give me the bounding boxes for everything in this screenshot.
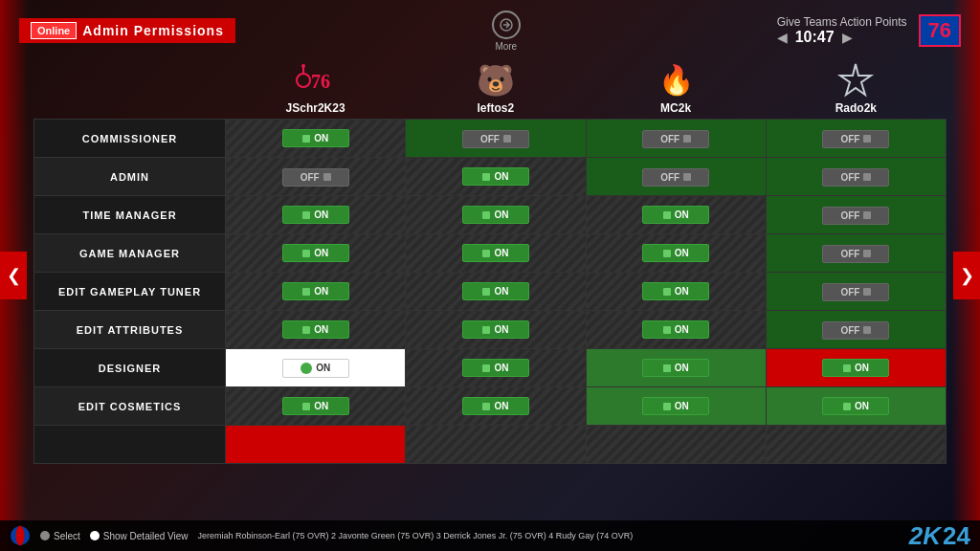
toggle-admin-76ers[interactable]: OFF [226,158,406,196]
toggle-gt-grizzlies[interactable]: ON [406,273,586,311]
row-commissioner: COMMISSIONER ON OFF OFF OFF [34,120,947,158]
toggle-commissioner-heat[interactable]: OFF [586,120,766,158]
bottom-controls: Select Show Detailed View Jeremiah Robin… [10,525,633,546]
team-col-heat: 🔥 MC2k [586,57,766,120]
toggle-extra-grizzlies [406,426,586,464]
brand-2k: 2K [909,521,941,551]
title-badge: Online Admin Permissions [19,18,235,43]
row-designer: DESIGNER ON ON ON ON [34,349,947,387]
team-name-spurs: Rado2k [835,101,877,115]
label-extra [34,426,226,464]
toggle-designer-grizzlies[interactable]: ON [406,349,586,387]
select-dot [40,531,50,540]
toggle-admin-spurs[interactable]: OFF [766,158,946,196]
label-cosmetics: EDIT COSMETICS [34,387,226,426]
label-commissioner: COMMISSIONER [34,120,226,158]
toggle-tm-spurs[interactable]: OFF [766,196,946,234]
team-name-76ers: JSchr2K23 [286,101,345,115]
page-title: Admin Permissions [82,23,224,38]
svg-point-3 [301,64,305,68]
label-game-manager: GAME MANAGER [34,234,226,273]
toggle-designer-spurs[interactable]: ON [766,349,946,387]
toggle-designer-heat[interactable]: ON [586,349,766,387]
toggle-attr-76ers[interactable]: ON [226,311,406,349]
toggle-gm-76ers[interactable]: ON [226,234,406,273]
toggle-extra-heat [586,426,766,464]
header-spacer [34,57,226,120]
team-col-spurs: Rado2k [766,57,946,120]
brand-2k24: 2K 24 [909,521,970,551]
team-logo-spurs [836,61,875,99]
svg-point-1 [297,74,310,87]
team-header-row: 76 JSchr2K23 🐻 leftos2 🔥 MC2k [34,57,947,120]
toggle-gt-heat[interactable]: ON [586,273,766,311]
team-col-76ers: 76 JSchr2K23 [226,57,406,120]
bottom-bar: Select Show Detailed View Jeremiah Robin… [0,520,980,551]
ap-arrow-right[interactable]: ▶ [842,30,853,45]
row-game-manager: GAME MANAGER ON ON ON OFF [34,234,947,273]
player-list: Jeremiah Robinson-Earl (75 OVR) 2 Javont… [198,531,634,540]
toggle-attr-grizzlies[interactable]: ON [406,311,586,349]
toggle-attr-heat[interactable]: ON [586,311,766,349]
toggle-gm-heat[interactable]: ON [586,234,766,273]
more-icon[interactable] [492,11,521,39]
toggle-admin-grizzlies[interactable]: ON [406,158,586,196]
permissions-table: 76 JSchr2K23 🐻 leftos2 🔥 MC2k [33,57,947,464]
toggle-tm-heat[interactable]: ON [586,196,766,234]
nav-arrow-left[interactable]: ❮ [0,252,27,299]
toggle-extra-76ers [226,426,406,464]
toggle-tm-grizzlies[interactable]: ON [406,196,586,234]
svg-marker-5 [840,64,871,95]
team-logo-76ers: 76 [294,61,337,99]
detailed-dot [90,531,100,540]
toggle-cos-grizzlies[interactable]: ON [406,387,586,426]
toggle-attr-spurs[interactable]: OFF [766,311,946,349]
toggle-admin-heat[interactable]: OFF [586,158,766,196]
label-designer: DESIGNER [34,349,226,387]
svg-text:76: 76 [311,71,330,92]
toggle-cos-76ers[interactable]: ON [226,387,406,426]
header-center: More [492,11,521,52]
ap-timer: 10:47 [795,29,835,46]
toggle-cos-spurs[interactable]: ON [766,387,946,426]
ap-arrow-left[interactable]: ◀ [777,30,788,45]
row-attributes: EDIT ATTRIBUTES ON ON ON OFF [34,311,947,349]
toggle-tm-76ers[interactable]: ON [226,196,406,234]
action-points-value: ◀ 10:47 ▶ [777,29,907,46]
nba-logo [10,525,31,546]
online-badge: Online [31,22,77,39]
team-logo-grizzlies: 🐻 [477,61,515,99]
toggle-gt-76ers[interactable]: ON [226,273,406,311]
row-time-manager: TIME MANAGER ON ON ON OFF [34,196,947,234]
header: Online Admin Permissions More Give Teams… [0,0,980,57]
nav-arrow-right[interactable]: ❯ [953,252,980,299]
toggle-cos-heat[interactable]: ON [586,387,766,426]
select-control: Select [40,531,80,541]
label-time-manager: TIME MANAGER [34,196,226,234]
detailed-label: Show Detailed View [103,531,189,541]
label-attributes: EDIT ATTRIBUTES [34,311,226,349]
label-admin: ADMIN [34,158,226,196]
main-content: 76 JSchr2K23 🐻 leftos2 🔥 MC2k [0,57,980,464]
toggle-gm-spurs[interactable]: OFF [766,234,946,273]
team-name-heat: MC2k [660,101,691,115]
toggle-commissioner-76ers[interactable]: ON [226,120,406,158]
team-col-grizzlies: 🐻 leftos2 [406,57,586,120]
toggle-gm-grizzlies[interactable]: ON [406,234,586,273]
toggle-designer-76ers[interactable]: ON [226,349,406,387]
header-right: Give Teams Action Points ◀ 10:47 ▶ 76 [777,14,961,47]
toggle-commissioner-spurs[interactable]: OFF [766,120,946,158]
team-badge: 76 [919,14,961,47]
more-label: More [495,41,517,52]
team-name-grizzlies: leftos2 [478,101,515,115]
select-label: Select [54,531,80,541]
row-admin: ADMIN OFF ON OFF OFF [34,158,947,196]
row-cosmetics: EDIT COSMETICS ON ON ON ON [34,387,947,426]
toggle-gt-spurs[interactable]: OFF [766,273,946,311]
toggle-commissioner-grizzlies[interactable]: OFF [406,120,586,158]
detailed-view-control: Show Detailed View [90,531,189,541]
action-points-title: Give Teams Action Points [777,15,907,29]
team-logo-heat: 🔥 [658,61,694,99]
label-gameplay-tuner: EDIT GAMEPLAY TUNER [34,273,226,311]
brand-24: 24 [943,521,970,551]
